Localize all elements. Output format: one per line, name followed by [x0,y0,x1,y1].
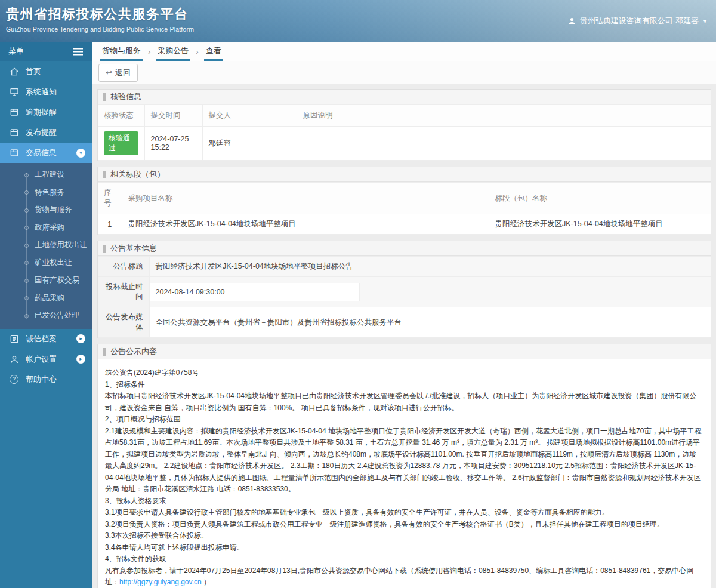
app-header: 贵州省招标投标公共服务平台 GuiZhou Province Tendering… [0,0,716,42]
notice-link[interactable]: http://ggzy.guiyang.gov.cn [119,578,202,586]
project-name-cell: 贵阳经济技术开发区JK-15-04-04地块场地平整项目 [122,214,489,235]
section-marker-icon [103,348,106,356]
section-marker-icon [103,171,106,178]
breadcrumb-separator: › [148,42,150,61]
notice-paragraph: 3.2项目负责人资格：项目负责人须具备建筑工程或市政公用工程专业一级注册建造师资… [105,519,703,531]
back-button[interactable]: ↩ 返回 [98,64,138,82]
basic-info-table: 公告标题 贵阳经济技术开发区JK-15-04-04地块场地平整项目招标公告 投标… [98,256,711,338]
sidebar-item-home[interactable]: 首页 [0,61,92,82]
col-header-submit-time: 提交时间 [144,105,202,127]
sidebar-subitem-2[interactable]: 货物与服务 [0,201,92,219]
table-row: 核验通过 2024-07-25 15:22 邓廷容 [98,127,711,161]
notice-paragraph: 凡有意参加投标者，请于2024年07月25日至2024年08月13日,贵阳市公共… [105,565,703,588]
folder-icon [9,128,19,138]
sidebar-submenu: 工程建设特色服务货物与服务政府采购土地使用权出让矿业权出让国有产权交易药品采购已… [0,163,92,329]
page-title: 贵州省招标投标公共服务平台 [6,5,194,23]
notice-text: 本招标项目贵阳经济技术开发区JK-15-04-04地块场地平整项目已由贵阳经济技… [105,392,696,412]
col-header-package-name: 标段（包）名称 [489,183,711,214]
section-title: 公告基本信息 [110,243,157,254]
section-header: 公告基本信息 [98,241,711,256]
packages-table: 序号 采购项目名称 标段（包）名称 1 贵阳经济技术开发区JK-15-04-04… [98,182,711,235]
sidebar-subitem-4[interactable]: 土地使用权出让 [0,236,92,254]
sidebar-item-trade-info[interactable]: 交易信息▾ [0,143,92,163]
sidebar-item-help-center[interactable]: ?帮助中心 [0,370,92,390]
sidebar-item-system-notice[interactable]: 系统通知 [0,82,92,102]
sidebar-subitem-0[interactable]: 工程建设 [0,166,92,184]
sidebar-subitem-3[interactable]: 政府采购 [0,219,92,237]
breadcrumb-item-goods-services[interactable]: 货物与服务 [100,42,143,61]
notice-paragraph: 3.3本次招标不接受联合体投标。 [105,530,703,542]
hamburger-icon[interactable] [73,48,83,56]
sidebar-item-overdue-reminder[interactable]: 逾期提醒 [0,102,92,122]
section-title: 公告公示内容 [110,346,157,357]
breadcrumb-item-view[interactable]: 查看 [204,42,223,61]
sidebar-item-label: 诚信档案 [26,334,57,344]
notice-text: 3.1项目要求申请人具备建设行政主管部门核发的地基基础专业承包一级以上资质，具备… [105,508,609,516]
section-title: 核验信息 [110,91,141,102]
toolbar: ↩ 返回 [92,61,716,84]
user-icon [9,354,19,364]
home-icon [9,67,19,77]
menu-label: 菜单 [8,46,24,57]
section-basic-info: 公告基本信息 公告标题 贵阳经济技术开发区JK-15-04-04地块场地平整项目… [97,241,711,338]
verify-table: 核验状态 提交时间 提交人 原因说明 核验通过 2024-07-25 15:22… [98,104,711,161]
submit-time-cell: 2024-07-25 15:22 [144,127,202,161]
main-content: 货物与服务 › 采购公告 › 查看 ↩ 返回 核验信息 核验状态 [92,42,716,588]
notice-paragraph: 2.1建设规模和主要建设内容：拟建的贵阳经济技术开发区JK-15-04-04 地… [105,426,703,495]
section-verify-info: 核验信息 核验状态 提交时间 提交人 原因说明 核验通过 2024-07-25 … [97,89,711,161]
back-label: 返回 [115,67,131,78]
list-icon [9,334,19,344]
col-header-submitter: 提交人 [202,105,297,127]
section-marker-icon [103,245,106,253]
section-header: 公告公示内容 [98,344,711,359]
sidebar-subitem-8[interactable]: 已发公告处理 [0,307,92,325]
folder-icon [9,107,19,118]
table-header-row: 序号 采购项目名称 标段（包）名称 [98,183,711,214]
status-badge: 核验通过 [104,131,138,155]
folder-icon [9,148,19,158]
app-window: 贵州省招标投标公共服务平台 GuiZhou Province Tendering… [0,0,716,588]
sidebar: 菜单 首页系统通知逾期提醒发布提醒交易信息▾工程建设特色服务货物与服务政府采购土… [0,42,92,588]
notice-text: 2.1建设规模和主要建设内容：拟建的贵阳经济技术开发区JK-15-04-04 地… [105,427,701,494]
sidebar-subitem-1[interactable]: 特色服务 [0,184,92,202]
notice-paragraph: 3.1项目要求申请人具备建设行政主管部门核发的地基基础专业承包一级以上资质，具备… [105,507,703,519]
brand: 贵州省招标投标公共服务平台 GuiZhou Province Tendering… [6,5,194,35]
back-icon: ↩ [106,68,112,77]
field-label: 公告发布媒体 [98,307,149,338]
breadcrumb-item-purchase-notice[interactable]: 采购公告 [156,42,190,61]
sidebar-item-publish-reminder[interactable]: 发布提醒 [0,122,92,143]
content-area: 核验信息 核验状态 提交时间 提交人 原因说明 核验通过 2024-07-25 … [92,84,716,588]
sidebar-item-label: 逾期提醒 [26,107,57,118]
package-name-cell: 贵阳经济技术开发区JK-15-04-04地块场地平整项目 [489,214,711,235]
breadcrumb: 货物与服务 › 采购公告 › 查看 [92,42,716,61]
user-icon [567,17,576,26]
sidebar-subitem-6[interactable]: 国有产权交易 [0,272,92,290]
sidebar-item-label: 帐户设置 [26,354,57,365]
sidebar-item-account-settings[interactable]: 帐户设置▸ [0,349,92,370]
notice-text: 2、项目概况与招标范围 [105,415,181,423]
row-no-cell: 1 [98,214,122,235]
field-label: 公告标题 [98,257,149,277]
sidebar-subitem-7[interactable]: 药品采购 [0,290,92,307]
sidebar-item-credit-archive[interactable]: 诚信档案▸ [0,329,92,349]
notice-paragraph: 2、项目概况与招标范围 [105,414,703,426]
col-header-status: 核验状态 [98,105,144,127]
sidebar-subitem-5[interactable]: 矿业权出让 [0,254,92,272]
table-row: 公告标题 贵阳经济技术开发区JK-15-04-04地块场地平整项目招标公告 [98,257,711,277]
user-menu[interactable]: 贵州弘典建设咨询有限公司-邓廷容 ▾ [567,16,706,26]
monitor-icon [9,87,19,97]
table-header-row: 核验状态 提交时间 提交人 原因说明 [98,105,711,127]
col-header-no: 序号 [98,183,122,214]
section-header: 相关标段（包） [98,167,711,182]
chevron-right-icon: ▸ [76,355,85,364]
notice-text: 3、投标人资格要求 [105,497,166,505]
question-icon: ? [9,374,19,384]
sidebar-item-label: 系统通知 [26,87,57,97]
notice-text: 筑公资告(2024)建字第0758号 [105,368,199,377]
field-label: 投标截止时间 [98,277,149,307]
chevron-down-icon: ▾ [703,18,706,24]
sidebar-item-label: 交易信息 [26,147,57,158]
section-header: 核验信息 [98,90,711,104]
table-row: 投标截止时间 2024-08-14 09:30:00 [98,277,711,307]
section-packages: 相关标段（包） 序号 采购项目名称 标段（包）名称 1 贵阳经济技术开发区JK-… [97,167,711,235]
